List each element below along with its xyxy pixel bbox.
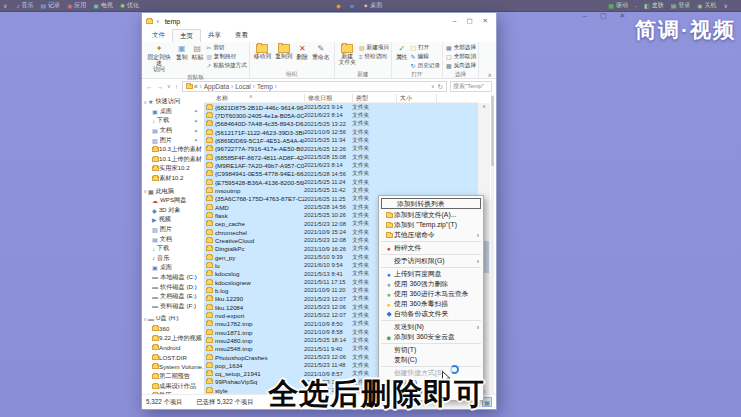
menu-item-添加到转换列表[interactable]: 添加到转换列表: [381, 198, 481, 209]
sidebar-item-10.3上传的素材[interactable]: 10.3上传的素材: [142, 145, 204, 155]
ribbon-button-移动到[interactable]: 移动到: [252, 43, 273, 60]
menu-item-粉碎文件[interactable]: ●粉碎文件: [379, 243, 483, 253]
toolbar-item-应用[interactable]: ◉应用: [67, 1, 86, 10]
column-header-名称[interactable]: 名称∧: [204, 94, 305, 102]
sidebar-item-视频[interactable]: ▶视频: [142, 215, 204, 225]
sidebar-item-桌面[interactable]: ▣桌面✦: [142, 107, 204, 117]
file-row[interactable]: {5612171F-1122-4623-39D3-3BC7D27...2021/…: [204, 128, 478, 136]
ribbon-button-粘贴[interactable]: ▤粘贴: [190, 43, 206, 61]
menu-item-添加到压缩文件(A)...[interactable]: 添加到压缩文件(A)...: [379, 210, 483, 220]
quick-access-toolbar[interactable]: ∨: [146, 18, 160, 24]
toolbar-item-桌面[interactable]: ✦桌面: [363, 1, 382, 10]
sidebar-item-第二期预告[interactable]: 第二期预告: [142, 372, 204, 382]
refresh-icon[interactable]: ↻: [438, 83, 443, 91]
ribbon-button-复制[interactable]: ▣复制: [174, 43, 190, 61]
forward-icon[interactable]: →: [157, 83, 164, 90]
bg-window-control[interactable]: –: [583, 12, 587, 20]
sidebar-item-3D 对象[interactable]: ◆3D 对象: [142, 206, 204, 216]
menu-item-复制(C)[interactable]: 复制(C): [379, 355, 483, 365]
search-input[interactable]: 搜索"Temp": [450, 81, 492, 92]
toolbar-item-登录[interactable]: ▤登录: [671, 1, 691, 10]
menu-item-添加到 360安全云盘[interactable]: ■添加到 360安全云盘: [379, 332, 483, 342]
ribbon-button-历史记录[interactable]: ↻历史记录: [411, 61, 440, 70]
sidebar-section-快速访问[interactable]: ∨★快速访问: [142, 97, 204, 107]
toolbar-item-关机[interactable]: ◉关机: [697, 1, 716, 10]
file-row[interactable]: {6821D875-2B1D-446c-9614-96350F...2021/5…: [204, 103, 478, 111]
menu-item-其他压缩命令[interactable]: 其他压缩命令›: [379, 230, 483, 240]
menu-item-剪切(T)[interactable]: 剪切(T): [379, 345, 483, 355]
ribbon-button-粘贴快捷方式[interactable]: ↗粘贴快捷方式: [206, 61, 247, 70]
file-row[interactable]: msoutmp2021/5/25 11:42文件夹: [204, 186, 478, 194]
breadcrumb-item[interactable]: Temp: [257, 83, 273, 90]
sidebar-item-9.22上传的视频[interactable]: 9.22上传的视频: [142, 333, 204, 343]
tab-共享[interactable]: 共享: [201, 29, 228, 42]
ribbon-button-全部选择[interactable]: ▦全部选择: [446, 43, 476, 52]
ribbon-button-全部取消[interactable]: ▢全部取消: [446, 52, 476, 61]
toolbar-item-chevron-down-icon[interactable]: ∨: [3, 3, 9, 9]
title-bar[interactable]: ∨ temp –▢✕: [142, 13, 496, 29]
toolbar-item-皮肤[interactable]: ◧皮肤: [644, 1, 664, 10]
ribbon-button-反向选择[interactable]: ▩反向选择: [446, 61, 476, 70]
sidebar-item-文档[interactable]: ▤文档: [142, 234, 204, 244]
toolbar-item-记录[interactable]: ▤记录: [40, 1, 60, 10]
file-row[interactable]: {68585F4F-8672-4811-AD8F-42F71C...2021/5…: [204, 153, 478, 161]
sidebar-item-System Volume..[interactable]: System Volume..: [142, 362, 204, 372]
ribbon-button-新建项目[interactable]: ▧新建项目: [359, 43, 389, 52]
ribbon-button-删除[interactable]: ✕删除: [295, 43, 311, 61]
file-row[interactable]: {6869DD69-5C1F-4E51-A54A-4K84C...2021/5/…: [204, 136, 478, 144]
ribbon-button-属性[interactable]: ✓属性: [394, 43, 410, 61]
customize-icon[interactable]: ∨: [156, 18, 160, 24]
ribbon-button-重命名[interactable]: ✎重命名: [310, 43, 331, 61]
ribbon-button-新建文件夹[interactable]: 新建 文件夹: [337, 43, 358, 66]
sidebar-item-下载[interactable]: ↓下载✦: [142, 116, 204, 126]
recent-dropdown-icon[interactable]: ∨: [167, 83, 171, 90]
sidebar-item-桌面[interactable]: ▣桌面: [142, 263, 204, 273]
breadcrumb[interactable]: «›AppData›Local›Temp› ∨ ↻: [182, 81, 447, 92]
sidebar-item-本地磁盘 (C:)[interactable]: ▬本地磁盘 (C:): [142, 273, 204, 283]
tab-文件[interactable]: 文件: [145, 29, 172, 42]
toolbar-item-diamond-blue-icon[interactable]: ◆: [350, 3, 357, 9]
scroll-up-icon[interactable]: ∧: [478, 103, 490, 109]
file-row[interactable]: {5684640D-7A48-4c35-8943-D6240E...2021/5…: [204, 120, 478, 128]
sidebar-section-U盘 (H:)[interactable]: ∨▬U盘 (H:): [142, 314, 204, 324]
breadcrumb-item[interactable]: «: [194, 83, 198, 90]
sidebar-item-360[interactable]: 360: [142, 324, 204, 334]
menu-item-上传到百度网盘[interactable]: ●上传到百度网盘: [379, 269, 483, 279]
ribbon-button-剪切[interactable]: ✂剪切: [206, 43, 247, 52]
menu-item-使用 360强力删除[interactable]: ●使用 360强力删除: [379, 279, 483, 289]
sidebar-item-图片[interactable]: ▧图片: [142, 225, 204, 235]
menu-item-添加到 "Temp.zip"(T)[interactable]: 添加到 "Temp.zip"(T): [379, 220, 483, 230]
column-header-修改日期[interactable]: 修改日期: [305, 94, 353, 102]
toolbar-item-优化[interactable]: ✱优化: [120, 1, 139, 10]
column-header-类型[interactable]: 类型: [353, 94, 397, 102]
tab-主页[interactable]: 主页: [172, 29, 201, 42]
address-dropdown-icon[interactable]: ∨: [431, 83, 435, 91]
sidebar-item-下载[interactable]: ↓下载: [142, 244, 204, 254]
bg-window-control[interactable]: ✕: [620, 12, 626, 20]
sidebar-item-实用家10.2[interactable]: 实用家10.2: [142, 164, 204, 174]
menu-item-发送到(N)[interactable]: 发送到(N)›: [379, 322, 483, 332]
sidebar-item-素材10.2[interactable]: 素材10.2: [142, 174, 204, 184]
tab-查看[interactable]: 查看: [228, 29, 255, 42]
sidebar-item-LOST.DIR[interactable]: LOST.DIR: [142, 352, 204, 362]
sidebar-scrollbar[interactable]: [491, 94, 494, 394]
window-control[interactable]: –: [453, 17, 457, 25]
toolbar-item-电视[interactable]: ▣电视: [93, 1, 113, 10]
sidebar-item-软件磁盘 (D:)[interactable]: ▬软件磁盘 (D:): [142, 282, 204, 292]
file-row[interactable]: {7DT60300-2405-4e1a-B05A-0CD3944...2021/…: [204, 111, 478, 119]
menu-item-使用 360杀毒扫描[interactable]: ●使用 360杀毒扫描: [379, 299, 483, 309]
back-icon[interactable]: ←: [146, 83, 153, 90]
sidebar-item-资料磁盘 (F:)[interactable]: ▬资料磁盘 (F:): [142, 301, 204, 311]
up-icon[interactable]: ↑: [175, 83, 178, 90]
ribbon-button-复制路径[interactable]: ▥复制路径: [206, 52, 247, 61]
breadcrumb-item[interactable]: Local: [235, 83, 251, 90]
menu-item-自动备份该文件夹[interactable]: ◆自动备份该文件夹: [379, 309, 483, 319]
toolbar-item-音乐[interactable]: ♪音乐: [16, 1, 33, 10]
menu-item-使用 360进行木马云查杀[interactable]: ●使用 360进行木马云查杀: [379, 289, 483, 299]
file-row[interactable]: {M9RE1AF-7A20-49b7-A957-C05CD7...2021/6/…: [204, 161, 478, 169]
sidebar-item-成果设计作品[interactable]: 成果设计作品: [142, 381, 204, 391]
window-control[interactable]: ▢: [466, 17, 472, 25]
window-control[interactable]: ✕: [483, 17, 488, 25]
column-header-大小[interactable]: 大小: [397, 94, 437, 102]
sidebar-item-WPS网盘[interactable]: ☁WPS网盘: [142, 196, 204, 206]
